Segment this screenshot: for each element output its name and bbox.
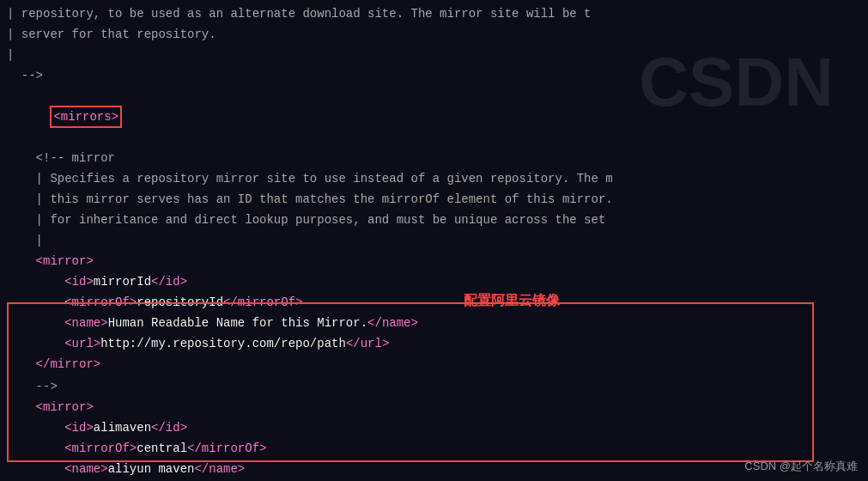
- code-line: |: [0, 230, 868, 251]
- code-line: <id>alimaven</id>: [0, 417, 868, 438]
- code-line: <id>mirrorId</id>: [0, 271, 868, 292]
- code-line: | Specifies a repository mirror site to …: [0, 168, 868, 189]
- csdn-footer: CSDN @起个名称真难: [744, 459, 858, 474]
- code-line: <mirrorOf>central</mirrorOf>: [0, 438, 868, 459]
- code-line: <mirrorOf>repositoryId</mirrorOf>: [0, 292, 868, 313]
- annotation-text: 配置阿里云镜像: [464, 292, 560, 310]
- code-line: | this mirror serves has an ID that matc…: [0, 189, 868, 210]
- code-line-mirrors: <mirrors>: [0, 86, 868, 148]
- code-line: <name>aliyun maven</name>: [0, 459, 868, 479]
- code-line: | repository, to be used as an alternate…: [0, 3, 868, 24]
- code-line: | server for that repository.: [0, 24, 868, 45]
- code-line: | for inheritance and direct lookup purp…: [0, 210, 868, 230]
- code-line: <mirror>: [0, 397, 868, 417]
- code-line: -->: [0, 376, 868, 397]
- code-container: CSDN | repository, to be used as an alte…: [0, 0, 868, 481]
- code-line: |: [0, 45, 868, 65]
- mirrors-tag: <mirrors>: [50, 106, 122, 128]
- code-line: </mirror>: [0, 354, 868, 374]
- code-line: <url>http://my.repository.com/repo/path<…: [0, 333, 868, 354]
- code-line: <name>Human Readable Name for this Mirro…: [0, 313, 868, 333]
- code-line: -->: [0, 65, 868, 86]
- code-line: <!-- mirror: [0, 148, 868, 168]
- code-line: <mirror>: [0, 251, 868, 271]
